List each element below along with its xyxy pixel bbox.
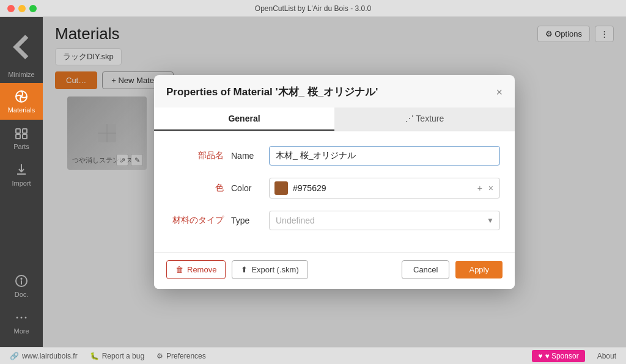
sidebar-doc-label: Doc.: [15, 291, 29, 298]
color-actions: + ×: [476, 183, 495, 193]
color-add-button[interactable]: +: [476, 183, 484, 193]
materials-icon: [14, 89, 29, 104]
sidebar-item-materials[interactable]: Materials: [0, 83, 43, 120]
name-row: 部品名 Name: [169, 146, 500, 166]
bug-icon: 🐛: [90, 352, 99, 360]
website-label: www.lairdubois.fr: [22, 352, 78, 360]
svg-rect-1: [16, 129, 20, 133]
color-value: #975629: [293, 183, 471, 193]
trash-icon: 🗑: [175, 265, 183, 274]
sponsor-label: ♥ Sponsor: [545, 352, 578, 360]
type-select-wrap: Undefined ▼: [269, 211, 500, 230]
color-label-jp: 色: [169, 183, 224, 194]
sidebar-item-more[interactable]: More: [0, 304, 43, 341]
sponsor-button[interactable]: ♥ ♥ Sponsor: [532, 350, 584, 362]
about-label: About: [597, 352, 616, 360]
modal-overlay: Properties of Material '木材_ 桜_オリジナル' × G…: [43, 17, 626, 347]
app-body: Minimize Materials Parts I: [0, 17, 626, 347]
sidebar-item-doc[interactable]: Doc.: [0, 268, 43, 304]
link-icon: 🔗: [10, 352, 19, 360]
svg-point-9: [21, 317, 23, 319]
sidebar-item-import[interactable]: Import: [0, 156, 43, 193]
svg-rect-4: [23, 134, 27, 139]
minimize-label: Minimize: [8, 71, 34, 78]
bug-label: Report a bug: [102, 352, 144, 360]
modal-body: 部品名 Name 色 Color #975629 + ×: [154, 131, 515, 252]
modal-tabs: General ⋰ Texture: [154, 107, 515, 131]
titlebar: OpenCutList by L'Air du Bois - 3.0.0: [0, 0, 626, 17]
svg-rect-2: [23, 129, 27, 133]
type-row: 材料のタイプ Type Undefined ▼: [169, 211, 500, 230]
tab-texture[interactable]: ⋰ Texture: [334, 107, 515, 131]
parts-icon: [14, 126, 29, 140]
type-select[interactable]: Undefined: [269, 211, 500, 230]
modal-footer: 🗑 Remove ⬆ Export (.skm) Cancel Apply: [154, 252, 515, 289]
svg-point-8: [17, 317, 18, 319]
main-content: Materials ⚙ Options ⋮ ラックDIY.skp Cut… + …: [43, 17, 626, 347]
prefs-icon: ⚙: [156, 352, 163, 360]
sidebar-bottom: Doc. More: [0, 268, 43, 347]
maximize-button[interactable]: [29, 5, 37, 12]
sidebar-materials-label: Materials: [8, 106, 35, 114]
export-label: Export (.skm): [251, 265, 298, 274]
import-icon: [14, 162, 29, 177]
doc-icon: [14, 274, 29, 288]
type-label-jp: 材料のタイプ: [169, 215, 224, 226]
svg-rect-3: [16, 134, 20, 139]
color-field[interactable]: #975629 + ×: [269, 178, 500, 198]
about-link[interactable]: About: [597, 352, 616, 360]
apply-button[interactable]: Apply: [455, 261, 503, 278]
properties-modal: Properties of Material '木材_ 桜_オリジナル' × G…: [154, 75, 515, 289]
name-input[interactable]: [269, 146, 500, 166]
minimize-button[interactable]: [18, 5, 26, 12]
export-button[interactable]: ⬆ Export (.skm): [232, 260, 307, 279]
type-label-en: Type: [231, 216, 262, 225]
preferences-label: Preferences: [166, 352, 206, 360]
more-icon: [14, 310, 29, 325]
sidebar-more-label: More: [13, 327, 29, 335]
close-button[interactable]: [7, 5, 15, 12]
remove-label: Remove: [187, 265, 216, 274]
remove-button[interactable]: 🗑 Remove: [166, 260, 226, 279]
sidebar-item-minimize[interactable]: Minimize: [0, 17, 43, 83]
window-title: OpenCutList by L'Air du Bois - 3.0.0: [255, 4, 371, 13]
tab-general[interactable]: General: [154, 107, 334, 131]
export-icon: ⬆: [241, 265, 248, 274]
sidebar-item-parts[interactable]: Parts: [0, 120, 43, 156]
sidebar-import-label: Import: [12, 180, 31, 187]
heart-icon: ♥: [538, 352, 542, 360]
window-controls[interactable]: [7, 5, 37, 12]
svg-point-10: [25, 317, 27, 319]
cancel-button[interactable]: Cancel: [402, 260, 449, 279]
statusbar: 🔗 www.lairdubois.fr 🐛 Report a bug ⚙ Pre…: [0, 347, 626, 364]
sidebar-parts-label: Parts: [13, 143, 29, 150]
color-swatch: [274, 181, 288, 195]
modal-close-button[interactable]: ×: [496, 87, 503, 98]
website-link[interactable]: 🔗 www.lairdubois.fr: [10, 352, 78, 360]
name-label-en: Name: [231, 151, 262, 161]
chevron-left-icon: [0, 26, 43, 68]
sidebar: Minimize Materials Parts I: [0, 17, 43, 347]
color-row: 色 Color #975629 + ×: [169, 178, 500, 198]
color-remove-button[interactable]: ×: [487, 183, 495, 193]
preferences-link[interactable]: ⚙ Preferences: [156, 352, 206, 360]
modal-header: Properties of Material '木材_ 桜_オリジナル' ×: [154, 75, 515, 99]
name-label-jp: 部品名: [169, 150, 224, 161]
modal-title: Properties of Material '木材_ 桜_オリジナル': [166, 85, 378, 99]
bug-report-link[interactable]: 🐛 Report a bug: [90, 352, 144, 360]
color-label-en: Color: [231, 183, 262, 193]
